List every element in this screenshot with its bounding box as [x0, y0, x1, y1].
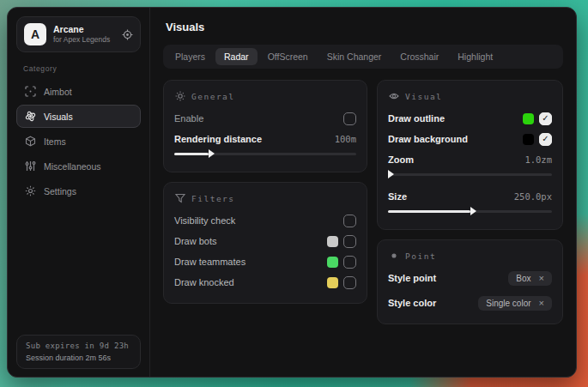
draw-knocked-label: Draw knocked [174, 277, 234, 287]
style-color-chip[interactable]: Single color × [478, 296, 552, 311]
app-titles: Arcane for Apex Legends [53, 24, 115, 45]
panel-general: General Enable Rendering distance 100m [163, 80, 367, 172]
draw-knocked-row: Draw knocked [174, 272, 356, 293]
zoom-value: 1.0zm [524, 154, 552, 165]
draw-outline-row: Draw outline ✓ [388, 108, 552, 129]
size-label: Size [388, 191, 407, 202]
zoom-slider[interactable] [388, 173, 552, 176]
gear-icon [25, 185, 36, 197]
draw-bots-label: Draw bots [174, 236, 217, 246]
panel-point: Point Style point Box × Style color Sing [377, 239, 563, 324]
page-title: Visuals [166, 21, 563, 33]
visibility-check-label: Visibility check [174, 215, 235, 226]
panel-title: Visual [405, 92, 442, 101]
orbit-icon [25, 111, 36, 122]
draw-outline-label: Draw outline [388, 113, 445, 124]
sidebar-item-miscellaneous[interactable]: Miscellaneous [16, 154, 141, 178]
draw-knocked-checkbox[interactable] [343, 276, 356, 289]
draw-background-label: Draw background [388, 134, 468, 144]
rendering-distance-row: Rendering distance 100m [174, 129, 356, 149]
draw-bots-checkbox[interactable] [343, 235, 356, 248]
visuals-tabstrip: Players Radar OffScreen Skin Changer Cro… [163, 45, 563, 69]
draw-background-row: Draw background ✓ [388, 129, 552, 149]
tab-players[interactable]: Players [167, 48, 214, 65]
rendering-distance-value: 100m [335, 134, 356, 144]
draw-bots-row: Draw bots [174, 231, 356, 251]
box-icon [25, 136, 36, 147]
main-content: Visuals Players Radar OffScreen Skin Cha… [150, 8, 576, 377]
app-header-card: A Arcane for Apex Legends [16, 16, 141, 52]
style-point-label: Style point [388, 273, 436, 283]
subscription-info-card: Sub expires in 9d 23h Session duration 2… [16, 335, 141, 369]
sidebar-item-visuals[interactable]: Visuals [16, 105, 141, 128]
category-label: Category [23, 64, 141, 73]
visibility-check-row: Visibility check [174, 210, 356, 231]
style-color-label: Style color [388, 298, 436, 308]
size-value: 250.0px [514, 191, 552, 202]
enable-label: Enable [174, 113, 203, 124]
sidebar-item-label: Aimbot [44, 87, 72, 97]
tab-offscreen[interactable]: OffScreen [259, 48, 317, 65]
draw-bots-color-swatch[interactable] [327, 236, 338, 247]
sidebar-item-items[interactable]: Items [16, 130, 141, 153]
draw-teammates-label: Draw teammates [174, 257, 246, 267]
draw-knocked-color-swatch[interactable] [327, 277, 338, 288]
target-icon[interactable] [122, 29, 133, 40]
eye-icon [389, 91, 399, 101]
slider-fill [388, 210, 470, 213]
close-icon[interactable]: × [539, 274, 544, 283]
panel-visual: Visual Draw outline ✓ Draw background [377, 80, 563, 230]
tab-skin-changer[interactable]: Skin Changer [318, 48, 391, 65]
size-row: Size 250.0px [388, 186, 552, 207]
panel-filters-header: Filters [175, 193, 356, 203]
panel-title: Filters [191, 194, 235, 203]
zoom-row: Zoom 1.0zm [388, 149, 552, 170]
sidebar-item-label: Visuals [44, 112, 73, 122]
sub-expires-text: Sub expires in 9d 23h [26, 342, 131, 350]
style-point-row: Style point Box × [388, 268, 552, 288]
enable-checkbox[interactable] [343, 112, 356, 125]
style-color-row: Style color Single color × [388, 293, 552, 313]
panel-point-header: Point [389, 251, 552, 261]
sidebar-item-aimbot[interactable]: Aimbot [16, 80, 141, 103]
style-point-value: Box [516, 274, 530, 283]
draw-outline-checkbox[interactable]: ✓ [539, 112, 552, 125]
panel-visual-header: Visual [389, 91, 552, 101]
draw-teammates-color-swatch[interactable] [327, 257, 338, 268]
size-slider[interactable] [388, 210, 552, 213]
tab-crosshair[interactable]: Crosshair [391, 48, 447, 65]
rendering-distance-slider[interactable] [174, 153, 356, 155]
draw-teammates-row: Draw teammates [174, 251, 356, 272]
crosshair-icon [25, 86, 36, 97]
sun-icon [175, 91, 185, 101]
app-window: A Arcane for Apex Legends Category Aimbo [7, 7, 577, 378]
draw-background-checkbox[interactable]: ✓ [539, 133, 552, 146]
sidebar-item-settings[interactable]: Settings [16, 179, 141, 203]
session-duration-text: Session duration 2m 56s [26, 354, 131, 362]
app-subtitle: for Apex Legends [53, 35, 115, 45]
visibility-check-checkbox[interactable] [343, 215, 356, 227]
close-icon[interactable]: × [539, 299, 544, 308]
panel-general-header: General [175, 91, 356, 101]
rendering-distance-label: Rendering distance [174, 134, 262, 144]
style-color-value: Single color [486, 299, 530, 308]
app-name: Arcane [53, 24, 115, 35]
style-point-chip[interactable]: Box × [508, 271, 552, 286]
slider-fill [174, 153, 209, 155]
dot-icon [389, 251, 399, 261]
draw-outline-color-swatch[interactable] [523, 113, 534, 124]
draw-teammates-checkbox[interactable] [343, 256, 356, 269]
sidebar: A Arcane for Apex Legends Category Aimbo [8, 8, 150, 377]
tab-radar[interactable]: Radar [215, 48, 258, 65]
enable-row: Enable [174, 108, 356, 129]
tab-highlight[interactable]: Highlight [449, 48, 501, 65]
panel-title: Point [405, 251, 436, 261]
funnel-icon [175, 193, 185, 203]
sidebar-item-label: Settings [44, 186, 76, 197]
sidebar-item-label: Miscellaneous [44, 161, 101, 172]
draw-background-color-swatch[interactable] [523, 134, 534, 145]
sidebar-item-label: Items [44, 136, 66, 147]
panel-filters: Filters Visibility check Draw bots [163, 182, 367, 304]
app-logo: A [24, 23, 46, 45]
zoom-label: Zoom [388, 154, 414, 165]
